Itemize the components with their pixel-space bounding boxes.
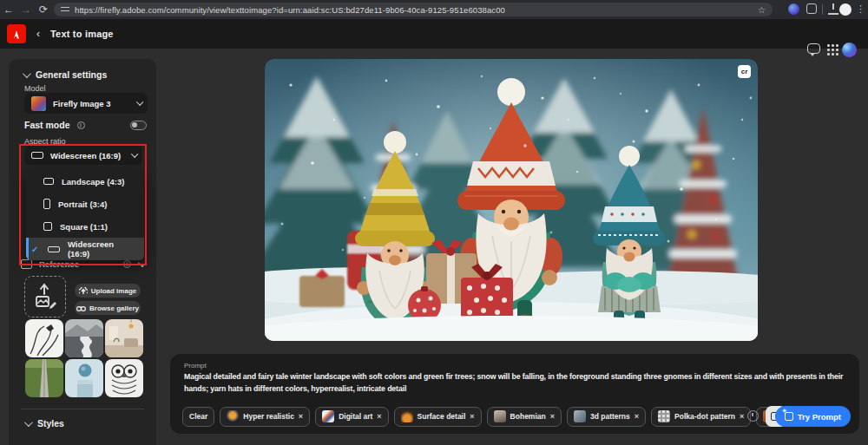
browser-toolbar: ← → ⟳ https://firefly.adobe.com/communit… <box>0 0 868 19</box>
style-thumb <box>322 410 334 422</box>
model-value: Firefly Image 3 <box>53 99 111 108</box>
style-tag-polka-dot-pattern[interactable]: Polka-dot pattern × <box>651 407 751 427</box>
remove-tag-icon[interactable]: × <box>470 412 474 421</box>
reference-thumb-paper-relief-landscape[interactable] <box>65 319 103 357</box>
bookmark-star-icon[interactable]: ☆ <box>758 5 766 15</box>
checkmark-icon: ✓ <box>31 245 38 254</box>
remove-tag-icon[interactable]: × <box>377 412 381 421</box>
info-icon[interactable]: i <box>123 260 131 268</box>
chevron-down-icon <box>131 151 138 158</box>
generated-image[interactable]: cr <box>265 59 758 341</box>
cloud-upload-icon <box>79 287 88 295</box>
forward-icon[interactable]: → <box>17 3 35 16</box>
style-tag-surface-detail[interactable]: Surface detail × <box>394 407 482 427</box>
clear-styles-button[interactable]: Clear <box>182 407 214 427</box>
landscape-icon <box>43 178 54 185</box>
reference-thumb-blue-sphere-cube[interactable] <box>65 359 103 397</box>
profile-avatar[interactable] <box>839 3 852 16</box>
apps-grid-icon[interactable] <box>827 44 838 56</box>
style-thumb <box>658 410 670 422</box>
fast-mode-row: Fast mode i <box>24 120 85 130</box>
content-credentials-badge[interactable]: cr <box>738 65 751 78</box>
reference-label: Reference <box>39 259 79 269</box>
aspect-option-square[interactable]: Square (1:1) <box>26 215 144 238</box>
widescreen-icon <box>48 246 60 252</box>
aspect-option-landscape[interactable]: Landscape (4:3) <box>26 170 144 193</box>
reference-thumb-owl-line-art[interactable] <box>105 359 143 397</box>
page-title: Text to image <box>50 29 114 39</box>
adobe-logo[interactable] <box>7 24 26 43</box>
aspect-ratio-label: Aspect ratio <box>24 137 66 146</box>
try-prompt-button[interactable]: Try Prompt <box>775 406 851 427</box>
aspect-option-portrait[interactable]: Portrait (3:4) <box>26 193 144 215</box>
upload-image-button[interactable]: Upload image <box>75 284 141 298</box>
model-thumbnail <box>31 96 46 111</box>
reference-thumb-interior-room[interactable] <box>105 319 143 357</box>
prompt-label: Prompt <box>184 362 207 370</box>
chevron-down-icon <box>24 418 33 427</box>
model-label: Model <box>24 84 46 93</box>
reference-thumb-aerial-field-road[interactable] <box>25 359 63 397</box>
widescreen-icon <box>31 152 43 159</box>
extension-avatar-icon[interactable] <box>788 3 799 15</box>
styles-label: Styles <box>37 418 64 429</box>
prompt-panel: Prompt Magical detailed and fairy tale w… <box>170 354 859 434</box>
style-thumb <box>574 410 586 422</box>
gnome-winter-scene <box>265 59 758 341</box>
prompt-text[interactable]: Magical detailed and fairy tale winter l… <box>184 371 849 395</box>
extension-pin-icon[interactable] <box>806 3 817 14</box>
back-chevron-icon[interactable]: ‹ <box>36 28 40 40</box>
adobe-a-glyph <box>7 24 26 43</box>
model-dropdown[interactable]: Firefly Image 3 <box>24 93 148 114</box>
fast-mode-label: Fast mode <box>24 120 70 130</box>
styles-section-header[interactable]: Styles <box>24 418 64 429</box>
binoculars-icon <box>76 304 86 311</box>
reference-icon <box>21 259 32 269</box>
info-icon[interactable]: i <box>77 121 85 129</box>
aspect-ratio-menu: Landscape (4:3) Portrait (3:4) Square (1… <box>26 170 144 260</box>
remove-tag-icon[interactable]: × <box>740 412 744 421</box>
remove-tag-icon[interactable]: × <box>299 412 303 421</box>
style-tag-3d-patterns[interactable]: 3d patterns × <box>567 407 646 427</box>
reload-icon[interactable]: ⟳ <box>35 3 52 16</box>
remove-tag-icon[interactable]: × <box>635 412 639 421</box>
reference-thumb-line-art-sketch[interactable] <box>25 319 63 357</box>
history-icon[interactable] <box>747 410 759 422</box>
toggle-knob <box>132 122 137 128</box>
style-tag-bohemian[interactable]: Bohemian × <box>487 407 562 427</box>
settings-sidebar: General settings Model Firefly Image 3 F… <box>9 59 156 445</box>
general-settings-header[interactable]: General settings <box>23 69 107 80</box>
style-thumb <box>494 410 506 422</box>
upload-dropzone[interactable] <box>24 276 66 317</box>
app-header: ‹ Text to image <box>0 19 868 49</box>
toolbar-divider <box>822 4 823 15</box>
portrait-icon <box>43 199 50 209</box>
style-tag-hyper-realistic[interactable]: Hyper realistic × <box>220 407 310 427</box>
chevron-down-icon <box>23 69 31 78</box>
browse-gallery-button[interactable]: Browse gallery <box>75 301 141 315</box>
sidebar-divider <box>21 409 144 409</box>
site-info-icon[interactable] <box>61 6 69 13</box>
back-icon[interactable]: ← <box>0 3 17 16</box>
aspect-ratio-value: Widescreen (16:9) <box>50 151 121 160</box>
download-icon[interactable] <box>828 3 838 15</box>
address-bar[interactable]: https://firefly.adobe.com/community/view… <box>54 3 773 16</box>
style-tag-digital-art[interactable]: Digital art × <box>315 407 388 427</box>
url-text[interactable]: https://firefly.adobe.com/community/view… <box>75 5 753 15</box>
style-thumb <box>227 410 239 422</box>
square-icon <box>43 222 52 231</box>
menu-dots-icon[interactable]: ⋮ <box>856 3 865 15</box>
remove-tag-icon[interactable]: × <box>550 412 555 421</box>
aspect-ratio-dropdown[interactable]: Widescreen (16:9) <box>24 146 142 165</box>
fast-mode-toggle[interactable] <box>130 121 147 130</box>
chevron-down-icon <box>136 99 143 106</box>
style-thumb <box>401 410 413 422</box>
try-prompt-icon <box>785 412 793 421</box>
aspect-option-widescreen[interactable]: ✓ Widescreen (16:9) <box>26 238 144 260</box>
account-avatar[interactable] <box>842 43 857 57</box>
firefly-app: ← → ⟳ https://firefly.adobe.com/communit… <box>0 0 868 445</box>
upload-image-icon <box>25 277 64 316</box>
general-settings-label: General settings <box>36 69 107 80</box>
feedback-icon[interactable] <box>807 43 820 54</box>
